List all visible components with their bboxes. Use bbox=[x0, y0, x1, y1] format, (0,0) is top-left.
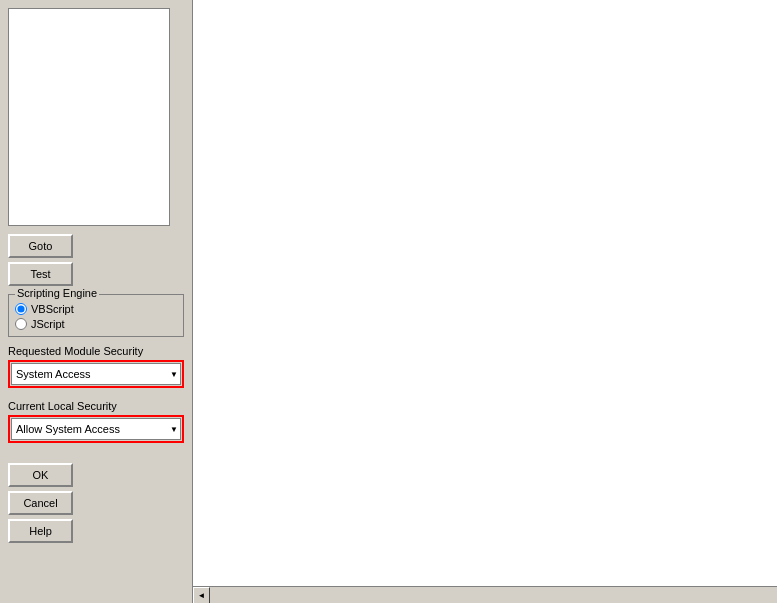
vbscript-radio-label[interactable]: VBScript bbox=[15, 303, 177, 315]
current-security-dropdown-container: Allow System Access Deny System Access R… bbox=[8, 415, 184, 443]
bottom-buttons: OK Cancel Help bbox=[8, 463, 184, 543]
help-button[interactable]: Help bbox=[8, 519, 73, 543]
current-security-select[interactable]: Allow System Access Deny System Access R… bbox=[11, 418, 181, 440]
module-security-dropdown-container: System Access Read Only No Access bbox=[8, 360, 184, 388]
scripting-engine-group: Scripting Engine VBScript JScript bbox=[8, 294, 184, 337]
scroll-left-arrow[interactable]: ◄ bbox=[193, 587, 210, 604]
jscript-label: JScript bbox=[31, 318, 65, 330]
radio-group: VBScript JScript bbox=[15, 303, 177, 330]
jscript-radio-label[interactable]: JScript bbox=[15, 318, 177, 330]
current-security-section: Current Local Security Allow System Acce… bbox=[8, 400, 184, 451]
module-security-label: Requested Module Security bbox=[8, 345, 184, 357]
vbscript-label: VBScript bbox=[31, 303, 74, 315]
module-security-select[interactable]: System Access Read Only No Access bbox=[11, 363, 181, 385]
current-security-label: Current Local Security bbox=[8, 400, 184, 412]
ok-button[interactable]: OK bbox=[8, 463, 73, 487]
left-panel: Goto Test Scripting Engine VBScript JScr… bbox=[0, 0, 193, 603]
module-security-section: Requested Module Security System Access … bbox=[8, 345, 184, 396]
goto-test-buttons: Goto Test bbox=[8, 234, 184, 286]
module-security-select-wrapper: System Access Read Only No Access bbox=[11, 363, 181, 385]
goto-button[interactable]: Goto bbox=[8, 234, 73, 258]
horizontal-scrollbar[interactable]: ◄ bbox=[193, 586, 777, 603]
scripting-engine-label: Scripting Engine bbox=[15, 287, 99, 299]
cancel-button[interactable]: Cancel bbox=[8, 491, 73, 515]
jscript-radio[interactable] bbox=[15, 318, 27, 330]
current-security-select-wrapper: Allow System Access Deny System Access R… bbox=[11, 418, 181, 440]
right-panel: ◄ bbox=[193, 0, 777, 603]
test-button[interactable]: Test bbox=[8, 262, 73, 286]
vbscript-radio[interactable] bbox=[15, 303, 27, 315]
preview-box bbox=[8, 8, 170, 226]
